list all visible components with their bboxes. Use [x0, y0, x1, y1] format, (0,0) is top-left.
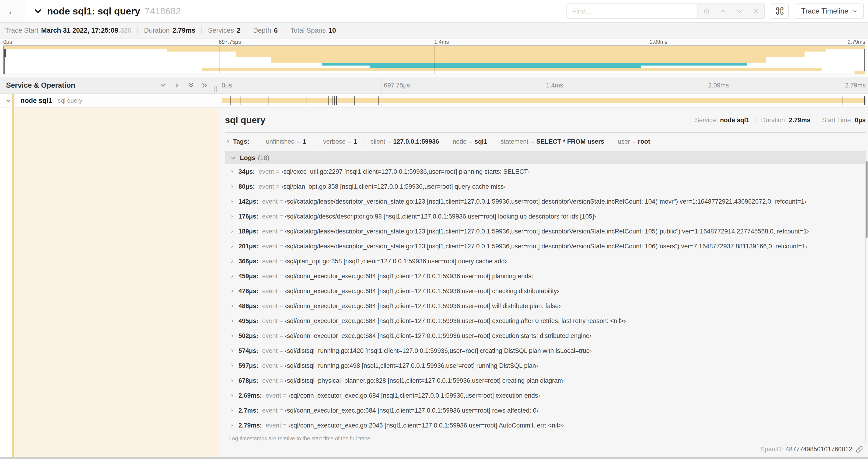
chevron-down-icon [852, 9, 857, 14]
minimap-span-bar [202, 68, 822, 71]
log-event-text: event = ‹sql/plan_opt.go:358 [nsql1,clie… [259, 183, 506, 190]
log-row[interactable]: ›459μs:event = ‹sql/conn_executor_exec.g… [225, 269, 865, 284]
detail-title-row: sql query Service: node sql1 Duration: 2… [225, 112, 866, 129]
log-row[interactable]: ›476μs:event = ‹sql/conn_executor_exec.g… [225, 284, 865, 299]
log-timestamp: 459μs: [239, 273, 258, 280]
minimap-canvas[interactable] [3, 45, 865, 74]
divider [247, 27, 247, 34]
tags-summary-row[interactable]: › Tags: _unfinished=1_verbose=1client=12… [225, 135, 866, 148]
trace-minimap: 0μs697.75μs1.4ms2.09ms2.79ms [0, 38, 868, 77]
detail-stats: Service: node sql1 Duration: 2.79ms Star… [695, 117, 866, 124]
log-field-equals: = [278, 347, 285, 354]
total-spans-value: 10 [329, 27, 336, 34]
page-title: node sql1: sql query [47, 6, 140, 17]
minimap-span-bar [271, 57, 766, 60]
log-field-value: ‹sql/conn_executor_exec.go:684 [nsql1,cl… [285, 288, 559, 295]
close-icon[interactable] [752, 8, 759, 15]
log-row[interactable]: ›2.7ms:event = ‹sql/conn_executor_exec.g… [225, 403, 865, 418]
detail-body: sql query Service: node sql1 Duration: 2… [0, 107, 868, 457]
log-row[interactable]: ›80μs:event = ‹sql/plan_opt.go:358 [nsql… [225, 179, 865, 194]
vertical-scrollbar-thumb[interactable] [866, 161, 868, 238]
log-event-text: event = ‹sql/conn_executor_exec.go:2046 … [266, 422, 564, 429]
view-selector-button[interactable]: Trace Timeline [795, 3, 864, 19]
log-row[interactable]: ›2.79ms:event = ‹sql/conn_executor_exec.… [225, 418, 865, 433]
log-field-key: event [262, 407, 278, 414]
logs-header[interactable]: Logs (18) [225, 151, 865, 164]
span-operation-name: sql query [58, 97, 82, 104]
log-timestamp: 2.79ms: [239, 422, 262, 429]
log-row[interactable]: ›366μs:event = ‹sql/plan_opt.go:358 [nsq… [225, 254, 865, 269]
log-marker-tick [328, 96, 329, 105]
chevron-down-icon[interactable] [736, 8, 743, 15]
expand-all-icon[interactable] [201, 81, 209, 89]
log-field-value: ‹sql/exec_util.go:2297 [nsql1,client=127… [281, 168, 530, 175]
log-row[interactable]: ›574μs:event = ‹sql/distsql_running.go:1… [225, 343, 865, 358]
log-timestamp: 176μs: [239, 213, 258, 220]
back-button[interactable]: ← [0, 0, 25, 22]
minimap-gridline [219, 46, 220, 74]
log-row[interactable]: ›201μs:event = ‹sql/catalog/lease/descri… [225, 239, 865, 254]
find-input[interactable] [566, 4, 697, 19]
duration-value: 2.79ms [173, 27, 195, 34]
keyboard-shortcuts-button[interactable]: ⌘ [771, 3, 789, 19]
collapse-one-icon[interactable] [159, 81, 166, 89]
span-name-cell[interactable]: node sql1 sql query [0, 94, 219, 107]
locate-icon[interactable] [703, 7, 710, 15]
chevron-up-icon[interactable] [720, 8, 726, 15]
span-row: node sql1 sql query [0, 94, 868, 107]
log-row[interactable]: ›597μs:event = ‹sql/distsql_running.go:4… [225, 358, 865, 373]
tag-value: root [638, 138, 650, 145]
log-field-equals: = [278, 288, 285, 295]
ruler-tick-label: 0μs [219, 81, 232, 89]
span-color-stripe [12, 94, 14, 107]
chevron-down-icon[interactable] [5, 98, 11, 104]
minimap-right-scrubber[interactable] [864, 46, 865, 74]
service-stat-label: Service: [695, 117, 718, 124]
log-field-key: event [262, 273, 278, 280]
collapse-all-icon[interactable] [187, 81, 195, 89]
expand-one-icon[interactable] [173, 81, 181, 89]
tag-item: client=127.0.0.1:59936 [364, 138, 446, 145]
log-field-equals: = [278, 213, 285, 220]
log-row[interactable]: ›495μs:event = ‹sql/conn_executor_exec.g… [225, 314, 865, 328]
log-row[interactable]: ›142μs:event = ‹sql/catalog/lease/descri… [225, 194, 865, 209]
log-field-value: ‹sql/plan_opt.go:358 [nsql1,client=127.0… [281, 183, 506, 190]
services-label: Services [208, 27, 234, 34]
minimap-span-bar [236, 52, 804, 54]
detail-left-column [0, 107, 219, 457]
service-operation-header: Service & Operation [0, 77, 219, 94]
header-actions: ⌘ Trace Timeline [566, 3, 864, 19]
log-row[interactable]: ›678μs:event = ‹sql/distsql_physical_pla… [225, 373, 865, 388]
log-row[interactable]: ›176μs:event = ‹sql/catalog/descs/descri… [225, 209, 865, 224]
tag-equals: = [469, 138, 472, 145]
logs-list: ›34μs:event = ‹sql/exec_util.go:2297 [ns… [225, 164, 865, 433]
log-field-key: event [266, 392, 281, 399]
span-duration-bar[interactable] [222, 98, 866, 103]
log-row[interactable]: ›486μs:event = ‹sql/conn_executor_exec.g… [225, 299, 865, 314]
span-timeline-cell [219, 94, 868, 107]
ruler-tick-label: 2.79ms [845, 81, 868, 89]
log-timestamp: 34μs: [239, 168, 255, 175]
chevron-right-icon: › [231, 421, 235, 429]
minimap-span-bar [167, 49, 826, 52]
log-row[interactable]: ›2.69ms:event = ‹sql/conn_executor_exec.… [225, 388, 865, 403]
trace-start-fraction: .326 [118, 27, 131, 34]
log-marker-tick [354, 96, 355, 105]
trace-info-bar: Trace Start March 31 2022, 17:25:09.326 … [0, 23, 868, 38]
trace-title-group[interactable]: node sql1: sql query 7418682 [34, 6, 181, 17]
trace-start-value: March 31 2022, 17:25:09.326 [41, 27, 131, 34]
log-row[interactable]: ›502μs:event = ‹sql/conn_executor_exec.g… [225, 328, 865, 343]
log-timestamp: 486μs: [239, 302, 258, 310]
log-field-value: ‹sql/catalog/lease/descriptor_version_st… [285, 228, 809, 235]
link-icon[interactable] [856, 446, 863, 453]
expanded-row-tint [14, 107, 219, 457]
log-row[interactable]: ›34μs:event = ‹sql/exec_util.go:2297 [ns… [225, 164, 865, 179]
log-field-equals: = [278, 258, 285, 265]
chevron-right-icon: › [231, 331, 235, 339]
span-id-label: SpanID: [761, 446, 783, 453]
trace-id-suffix: 7418682 [145, 6, 181, 16]
log-field-key: event [262, 362, 278, 369]
column-resize-handle[interactable] [214, 86, 217, 92]
service-operation-title: Service & Operation [6, 81, 75, 90]
log-row[interactable]: ›189μs:event = ‹sql/catalog/lease/descri… [225, 224, 865, 239]
